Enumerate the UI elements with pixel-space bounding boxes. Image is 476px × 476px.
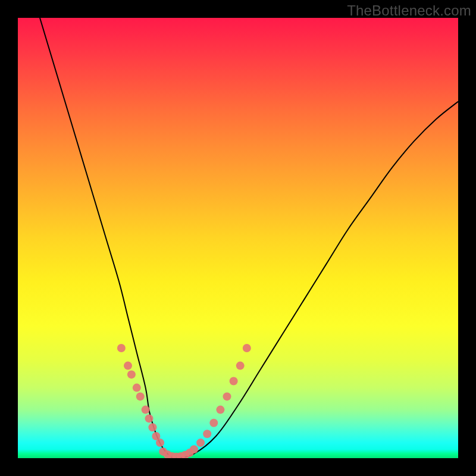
data-point: [223, 392, 231, 400]
curve-line: [40, 18, 458, 458]
plot-area: [18, 18, 458, 458]
data-point: [243, 344, 251, 352]
data-point: [216, 406, 224, 414]
data-point: [148, 423, 156, 431]
data-point: [142, 406, 150, 414]
chart-frame: TheBottleneck.com: [0, 0, 476, 476]
data-point: [124, 362, 132, 370]
data-point: [203, 430, 211, 438]
data-point: [209, 419, 218, 427]
data-point: [136, 392, 145, 400]
data-point: [133, 384, 141, 392]
data-point: [145, 414, 154, 422]
data-point: [190, 445, 198, 453]
data-point: [230, 377, 238, 386]
data-point: [127, 370, 136, 378]
chart-svg: [18, 18, 458, 458]
data-point: [117, 344, 126, 352]
data-point: [196, 439, 205, 447]
watermark-text: TheBottleneck.com: [347, 2, 471, 19]
data-point: [156, 439, 164, 447]
data-point: [236, 362, 245, 370]
